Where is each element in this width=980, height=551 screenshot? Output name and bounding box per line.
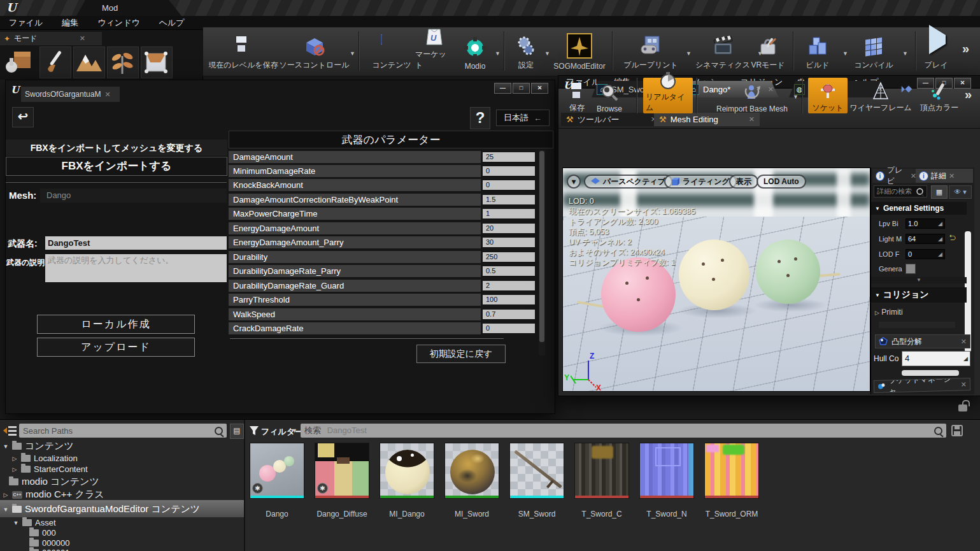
param-value-input[interactable]: 0.7 (483, 310, 535, 319)
mode-geometry-button[interactable] (141, 47, 173, 78)
asset-tile-dango[interactable]: ✱ (250, 443, 304, 499)
primitives-row[interactable]: ▷ Primiti (875, 308, 903, 317)
menu-help[interactable]: ヘルプ (159, 17, 185, 29)
param-value-input[interactable]: 250 (483, 252, 535, 262)
convex-decomposition-header[interactable]: 凸型分解 ✕ (875, 334, 970, 348)
field-value-input[interactable]: 1.0◢ (905, 218, 945, 229)
asset-name[interactable]: MI_Dango (375, 510, 439, 519)
checkbox[interactable] (905, 264, 916, 274)
tab-details[interactable]: i 詳細 ✕ (916, 169, 973, 183)
unlock-icon[interactable] (958, 400, 967, 411)
socket-manager-header[interactable]: ソケットマネージャ ✕ (874, 378, 970, 393)
modes-tab[interactable]: ✦ モード ✕ (0, 32, 102, 45)
toolbar-overflow-chevron-icon[interactable]: » (965, 87, 972, 102)
weapon-name-input[interactable]: DangoTest (45, 236, 227, 250)
chevron-down-icon[interactable]: ▼ (292, 427, 297, 434)
chevron-down-icon[interactable]: ▼ (544, 50, 550, 57)
save-button[interactable]: 保存 (565, 78, 589, 113)
show-button[interactable]: 表示 (729, 175, 758, 189)
param-value-input[interactable]: 30 (483, 238, 535, 247)
asset-name[interactable]: T_Sword_N (635, 510, 699, 519)
asset-name[interactable]: Dango_Diffuse (310, 510, 374, 519)
mode-place-button[interactable] (1, 45, 37, 78)
asset-tile-t-sword-n[interactable] (639, 443, 694, 499)
weapon-desc-input[interactable]: 武器の説明を入力してください。 (45, 254, 227, 282)
vertex-color-button[interactable]: 頂点カラー (913, 78, 966, 113)
mode-paint-button[interactable] (39, 47, 71, 78)
tab-preview[interactable]: i プレビ ✕ (872, 169, 920, 183)
asset-tile-t-sword-orm[interactable] (704, 443, 759, 499)
params-scrollbar-thumb[interactable] (539, 151, 544, 342)
field-value-input[interactable]: 0◢ (905, 249, 945, 259)
mode-foliage-button[interactable] (107, 47, 139, 78)
menu-window[interactable]: ウィンドウ (97, 17, 140, 29)
chevron-down-icon[interactable]: ▼ (495, 50, 501, 57)
save-level-button[interactable]: 現在のレベルを保存 (204, 31, 282, 71)
menu-edit[interactable]: 編集 (62, 17, 78, 29)
lod-auto-button[interactable]: LOD Auto (756, 175, 806, 189)
chevron-down-icon[interactable]: ▼ (793, 94, 799, 100)
tree-item-localization[interactable]: ▷ Localization (11, 454, 78, 463)
wireframe-button[interactable]: ワイヤーフレーム (846, 78, 915, 113)
asset-name[interactable]: Dango (245, 510, 309, 519)
upload-button[interactable]: アップロード (37, 338, 195, 357)
param-value-input[interactable]: 25 (483, 152, 535, 162)
viewport-options-button[interactable]: ▾ (567, 175, 581, 189)
settings-button[interactable]: 設定 (509, 31, 543, 71)
close-icon[interactable]: ✕ (749, 115, 755, 124)
mesh-viewport[interactable]: ▾ パースペクティブ ライティング 表示 LOD Auto LOD: 0 現在の… (562, 168, 870, 392)
section-collision[interactable]: ▼コリジョン (871, 287, 967, 303)
details-search-input[interactable]: 詳細の検索 (874, 185, 927, 197)
tree-item-content[interactable]: ▼ コンテンツ (3, 440, 74, 452)
asset-tile-mi-dango[interactable] (380, 443, 434, 499)
mode-landscape-button[interactable] (73, 47, 105, 78)
reset-to-default-icon[interactable]: ⮌ (949, 234, 956, 241)
tree-item-000000[interactable]: 000000 (29, 538, 69, 548)
param-value-input[interactable]: 100 (483, 295, 535, 304)
asset-tile-mi-sword[interactable] (444, 443, 499, 499)
tab-mesh-editing[interactable]: ⚒ Mesh Editing ✕ (654, 113, 760, 126)
sources-toggle-icon[interactable] (3, 425, 17, 438)
search-paths-input[interactable]: Search Paths (19, 424, 227, 438)
slider-partial[interactable] (902, 370, 959, 376)
build-button[interactable]: ビルド (795, 31, 840, 71)
close-icon[interactable]: ✕ (961, 380, 967, 389)
asset-name[interactable]: MI_Sword (440, 510, 504, 519)
asset-name[interactable]: SM_Sword (505, 510, 569, 519)
close-icon[interactable]: ✕ (949, 172, 955, 180)
field-value-input[interactable]: 64◢ (905, 234, 945, 244)
language-selector[interactable]: 日本語 ← (496, 110, 550, 126)
close-icon[interactable]: ✕ (104, 90, 110, 99)
source-control-button[interactable]: ソースコントロール (274, 31, 354, 71)
save-search-icon[interactable] (951, 425, 963, 436)
perspective-button[interactable]: パースペクティブ (584, 175, 672, 189)
param-value-input[interactable]: 0 (483, 166, 535, 176)
blueprints-button[interactable]: ブループリント (618, 31, 683, 71)
section-general-settings[interactable]: ▼General Settings (871, 202, 967, 215)
param-value-input[interactable]: 20 (483, 224, 535, 233)
param-value-input[interactable]: 1 (483, 209, 535, 218)
chevron-down-icon[interactable]: ▼ (350, 50, 355, 57)
chevron-down-icon[interactable]: ▼ (902, 50, 908, 57)
realtime-toggle-button[interactable]: リアルタイム (643, 78, 693, 113)
tree-item-sog-content[interactable]: ▼ SwordofGargantuaModEditor コンテンツ (3, 503, 200, 515)
tree-item-asset[interactable]: ▼ Asset (13, 518, 56, 527)
menu-file[interactable]: ファイル (9, 17, 43, 29)
back-button[interactable]: ↩ (12, 107, 34, 127)
local-create-button[interactable]: ローカル作成 (37, 315, 195, 334)
display-grid-button[interactable]: ▦ (931, 185, 948, 199)
close-icon[interactable]: ✕ (80, 34, 85, 43)
tree-item-modio-content[interactable]: modio コンテンツ (9, 476, 99, 488)
maximize-button[interactable]: □ (513, 83, 530, 94)
compile-button[interactable]: コンパイル (848, 31, 900, 71)
content-browser-button[interactable]: コンテンツ (369, 31, 415, 71)
marketplace-button[interactable]: U マーケット (415, 31, 453, 71)
asset-name[interactable]: T_Sword_C (570, 510, 634, 519)
vr-mode-button[interactable]: VRモード (746, 31, 790, 71)
asset-search-input[interactable]: 検索 DangoTest (301, 424, 946, 438)
hull-count-input[interactable]: 4◢ (902, 351, 970, 366)
expand-section-handle[interactable]: ▼ (871, 277, 967, 283)
tab-toolbar[interactable]: ⚒ ツールバー ✕ (561, 113, 662, 126)
mod-editor-tab[interactable]: SwordsOfGargantuaM ✕ (21, 87, 120, 102)
tree-item-000001[interactable]: 000001 (29, 548, 69, 551)
